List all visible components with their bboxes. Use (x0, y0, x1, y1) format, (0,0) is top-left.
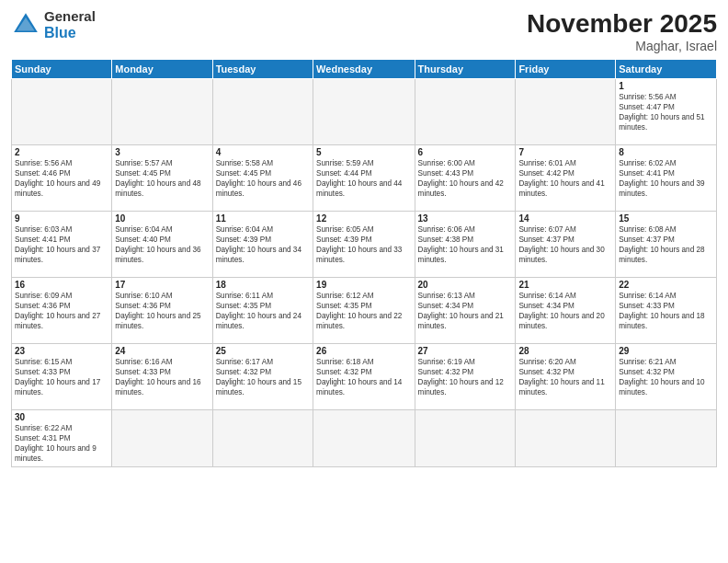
day-info: Sunrise: 6:06 AMSunset: 4:38 PMDaylight:… (418, 224, 513, 265)
day-number: 26 (316, 346, 411, 356)
logo-text: General Blue (44, 9, 96, 40)
calendar-cell (516, 79, 616, 145)
day-info: Sunrise: 6:14 AMSunset: 4:34 PMDaylight:… (518, 291, 612, 331)
day-info: Sunrise: 6:10 AMSunset: 4:36 PMDaylight:… (115, 291, 209, 331)
day-info: Sunrise: 6:02 AMSunset: 4:41 PMDaylight:… (619, 158, 713, 199)
calendar-cell: 16Sunrise: 6:09 AMSunset: 4:36 PMDayligh… (12, 278, 112, 344)
day-info: Sunrise: 6:17 AMSunset: 4:32 PMDaylight:… (216, 357, 310, 397)
calendar-week-row: 30Sunrise: 6:22 AMSunset: 4:31 PMDayligh… (12, 410, 717, 467)
day-info: Sunrise: 6:21 AMSunset: 4:32 PMDaylight:… (619, 357, 713, 397)
day-info: Sunrise: 5:58 AMSunset: 4:45 PMDaylight:… (216, 158, 310, 199)
weekday-header: Thursday (415, 60, 516, 79)
day-info: Sunrise: 6:20 AMSunset: 4:32 PMDaylight:… (518, 357, 612, 397)
day-number: 24 (115, 346, 209, 356)
day-info: Sunrise: 5:59 AMSunset: 4:44 PMDaylight:… (316, 158, 411, 199)
day-number: 30 (15, 412, 108, 422)
calendar-cell: 28Sunrise: 6:20 AMSunset: 4:32 PMDayligh… (516, 344, 616, 410)
logo: General Blue (11, 9, 96, 40)
day-info: Sunrise: 6:22 AMSunset: 4:31 PMDaylight:… (15, 423, 108, 464)
day-number: 20 (418, 280, 513, 290)
calendar-cell: 7Sunrise: 6:01 AMSunset: 4:42 PMDaylight… (516, 145, 616, 212)
calendar-cell: 25Sunrise: 6:17 AMSunset: 4:32 PMDayligh… (212, 344, 313, 410)
calendar-cell: 22Sunrise: 6:14 AMSunset: 4:33 PMDayligh… (616, 278, 717, 344)
weekday-header: Saturday (616, 60, 717, 79)
calendar-cell: 27Sunrise: 6:19 AMSunset: 4:32 PMDayligh… (415, 344, 516, 410)
calendar-cell: 10Sunrise: 6:04 AMSunset: 4:40 PMDayligh… (112, 212, 212, 278)
calendar-cell: 4Sunrise: 5:58 AMSunset: 4:45 PMDaylight… (212, 145, 313, 212)
calendar-cell: 30Sunrise: 6:22 AMSunset: 4:31 PMDayligh… (12, 410, 112, 467)
day-number: 8 (619, 147, 713, 157)
day-number: 29 (619, 346, 713, 356)
calendar-cell: 12Sunrise: 6:05 AMSunset: 4:39 PMDayligh… (313, 212, 415, 278)
day-number: 6 (418, 147, 513, 157)
day-number: 15 (619, 213, 713, 224)
calendar-cell: 18Sunrise: 6:11 AMSunset: 4:35 PMDayligh… (212, 278, 313, 344)
day-number: 27 (418, 346, 513, 356)
day-number: 3 (115, 147, 209, 157)
calendar-cell: 24Sunrise: 6:16 AMSunset: 4:33 PMDayligh… (112, 344, 212, 410)
weekday-header: Monday (112, 60, 212, 79)
calendar-cell: 5Sunrise: 5:59 AMSunset: 4:44 PMDaylight… (313, 145, 415, 212)
day-info: Sunrise: 6:04 AMSunset: 4:39 PMDaylight:… (216, 224, 310, 265)
day-info: Sunrise: 6:14 AMSunset: 4:33 PMDaylight:… (619, 291, 713, 331)
calendar-cell: 13Sunrise: 6:06 AMSunset: 4:38 PMDayligh… (415, 212, 516, 278)
day-number: 13 (418, 213, 513, 224)
day-info: Sunrise: 6:08 AMSunset: 4:37 PMDaylight:… (619, 224, 713, 265)
logo-icon (11, 10, 40, 40)
day-info: Sunrise: 6:16 AMSunset: 4:33 PMDaylight:… (115, 357, 209, 397)
day-number: 28 (518, 346, 612, 356)
calendar-cell: 2Sunrise: 5:56 AMSunset: 4:46 PMDaylight… (12, 145, 112, 212)
calendar-cell: 1Sunrise: 5:56 AMSunset: 4:47 PMDaylight… (616, 79, 717, 145)
calendar-cell: 11Sunrise: 6:04 AMSunset: 4:39 PMDayligh… (212, 212, 313, 278)
day-info: Sunrise: 6:00 AMSunset: 4:43 PMDaylight:… (418, 158, 513, 199)
calendar-week-row: 2Sunrise: 5:56 AMSunset: 4:46 PMDaylight… (12, 145, 717, 212)
calendar-cell: 29Sunrise: 6:21 AMSunset: 4:32 PMDayligh… (616, 344, 717, 410)
calendar-cell (112, 79, 212, 145)
calendar-cell: 15Sunrise: 6:08 AMSunset: 4:37 PMDayligh… (616, 212, 717, 278)
weekday-header: Sunday (12, 60, 112, 79)
day-info: Sunrise: 6:07 AMSunset: 4:37 PMDaylight:… (518, 224, 612, 265)
day-number: 2 (15, 147, 108, 157)
day-info: Sunrise: 6:04 AMSunset: 4:40 PMDaylight:… (115, 224, 209, 265)
day-number: 7 (518, 147, 612, 157)
title-block: November 2025 Maghar, Israel (527, 9, 717, 53)
calendar-cell: 3Sunrise: 5:57 AMSunset: 4:45 PMDaylight… (112, 145, 212, 212)
calendar-cell (12, 79, 112, 145)
month-title: November 2025 (527, 9, 717, 39)
calendar-cell: 8Sunrise: 6:02 AMSunset: 4:41 PMDaylight… (616, 145, 717, 212)
day-info: Sunrise: 6:12 AMSunset: 4:35 PMDaylight:… (316, 291, 411, 331)
calendar-cell: 23Sunrise: 6:15 AMSunset: 4:33 PMDayligh… (12, 344, 112, 410)
header: General Blue November 2025 Maghar, Israe… (11, 9, 717, 53)
calendar-cell (616, 410, 717, 467)
day-info: Sunrise: 6:03 AMSunset: 4:41 PMDaylight:… (15, 224, 108, 265)
day-number: 11 (216, 213, 310, 224)
calendar-cell (212, 79, 313, 145)
day-info: Sunrise: 5:57 AMSunset: 4:45 PMDaylight:… (115, 158, 209, 199)
calendar-cell: 21Sunrise: 6:14 AMSunset: 4:34 PMDayligh… (516, 278, 616, 344)
calendar: SundayMondayTuesdayWednesdayThursdayFrid… (11, 59, 717, 467)
location-title: Maghar, Israel (527, 39, 717, 53)
day-info: Sunrise: 5:56 AMSunset: 4:47 PMDaylight:… (619, 92, 713, 132)
day-info: Sunrise: 6:05 AMSunset: 4:39 PMDaylight:… (316, 224, 411, 265)
calendar-cell (313, 79, 415, 145)
calendar-cell (212, 410, 313, 467)
day-info: Sunrise: 5:56 AMSunset: 4:46 PMDaylight:… (15, 158, 108, 199)
day-number: 12 (316, 213, 411, 224)
day-number: 16 (15, 280, 108, 290)
day-number: 18 (216, 280, 310, 290)
day-number: 23 (15, 346, 108, 356)
day-info: Sunrise: 6:01 AMSunset: 4:42 PMDaylight:… (518, 158, 612, 199)
calendar-cell (516, 410, 616, 467)
calendar-cell (313, 410, 415, 467)
weekday-header: Friday (516, 60, 616, 79)
day-number: 22 (619, 280, 713, 290)
calendar-cell (112, 410, 212, 467)
day-info: Sunrise: 6:13 AMSunset: 4:34 PMDaylight:… (418, 291, 513, 331)
day-number: 1 (619, 81, 713, 91)
calendar-cell: 9Sunrise: 6:03 AMSunset: 4:41 PMDaylight… (12, 212, 112, 278)
day-number: 4 (216, 147, 310, 157)
calendar-cell (415, 79, 516, 145)
calendar-cell: 26Sunrise: 6:18 AMSunset: 4:32 PMDayligh… (313, 344, 415, 410)
calendar-cell: 14Sunrise: 6:07 AMSunset: 4:37 PMDayligh… (516, 212, 616, 278)
day-number: 5 (316, 147, 411, 157)
